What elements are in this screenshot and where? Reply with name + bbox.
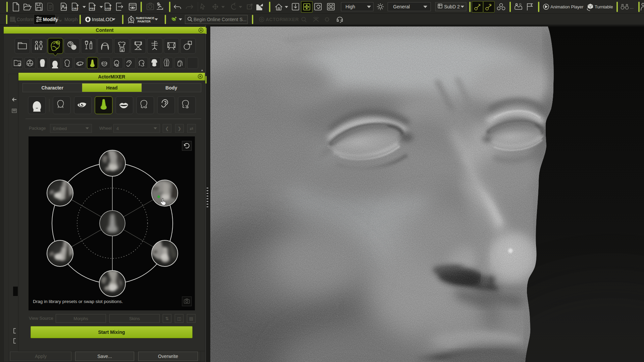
svg-text:Conform: Conform: [17, 17, 35, 22]
svg-text:General: General: [393, 4, 410, 9]
svg-text:Turntable: Turntable: [595, 4, 613, 9]
svg-text:SUBSTANCE: SUBSTANCE: [136, 16, 154, 20]
svg-text:USD: USD: [106, 7, 111, 10]
svg-text:Drag in library presets or swa: Drag in library presets or swap slot pos…: [33, 299, 123, 304]
svg-text:High: High: [345, 4, 355, 9]
svg-text:Begin Online Content S...: Begin Online Content S...: [194, 17, 247, 22]
svg-text:FBX: FBX: [90, 7, 96, 10]
svg-text:InstaLOD: InstaLOD: [92, 16, 113, 22]
svg-text:...: ...: [630, 5, 634, 10]
svg-text:PAINTER: PAINTER: [138, 20, 151, 23]
svg-text:Animation Player: Animation Player: [550, 4, 584, 9]
svg-text:Morph: Morph: [64, 17, 78, 22]
svg-text:ACTORMIXER: ACTORMIXER: [266, 17, 299, 22]
svg-text:SubD 2: SubD 2: [444, 4, 460, 9]
svg-text:Modify: Modify: [43, 17, 58, 22]
svg-text:OBJ: OBJ: [73, 7, 78, 10]
